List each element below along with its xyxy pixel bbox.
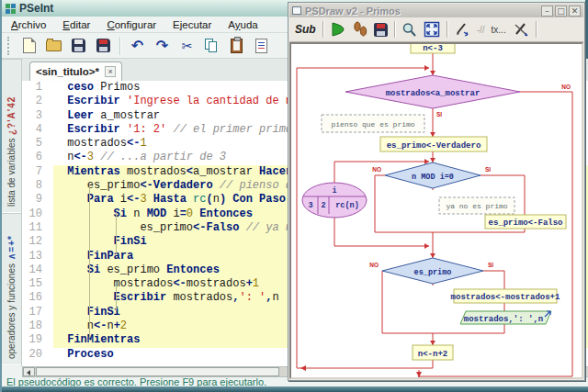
variables-tab-label: lista de variables xyxy=(6,139,17,207)
node-while-condition[interactable]: mostrados<a_mostrar xyxy=(345,75,520,108)
open-folder-icon xyxy=(46,40,62,51)
comment-tool-button[interactable]: -// xyxy=(477,19,485,39)
no-edit-button[interactable] xyxy=(513,19,529,39)
magnifier-icon xyxy=(401,22,417,38)
node-assign-inc[interactable]: mostrados<-mostrados+1 xyxy=(451,289,560,303)
copy-button[interactable] xyxy=(199,35,224,57)
flowchart-canvas[interactable]: n<-3 mostrados<a_mostrar NO SI pienso qu… xyxy=(289,42,583,379)
sidebar-tab-operators[interactable]: operadores y funciones ∧=+* xyxy=(2,213,21,365)
scroll-left-arrow-icon[interactable] xyxy=(23,367,35,376)
step-button[interactable] xyxy=(353,19,368,39)
node-output[interactable]: mostrados,': ',n xyxy=(460,311,551,324)
window-bottom-border xyxy=(2,386,588,392)
node-esprimo-condition[interactable]: es_primo xyxy=(382,258,483,284)
node-assign-n2[interactable]: n<-n+2 xyxy=(413,345,453,360)
node-comment-yano[interactable]: ya no es primo xyxy=(439,197,514,214)
menu-editar[interactable]: Editar xyxy=(62,19,90,30)
psdraw-toolbar: Sub xyxy=(289,17,583,42)
edit-arrows-button[interactable] xyxy=(454,19,470,39)
line-number: 7 xyxy=(22,165,53,179)
line-number: 8 xyxy=(22,179,53,193)
comment-text: ya no es primo xyxy=(446,202,507,210)
line-number: 14 xyxy=(22,263,53,277)
tab-sin-titulo[interactable]: <sin_titulo>* × xyxy=(29,62,122,81)
cut-button[interactable]: ✂ xyxy=(175,35,199,57)
node-label: mostrados,': ',n xyxy=(464,315,543,324)
pseint-app-icon xyxy=(6,4,16,14)
menu-ayuda[interactable]: Ayuda xyxy=(228,19,257,30)
comment-text: pienso que es primo xyxy=(331,120,414,129)
node-mod-condition[interactable]: n MOD i=0 xyxy=(385,162,481,188)
scrollbar-thumb[interactable] xyxy=(36,367,279,376)
operators-tab-glyphs-icon: ∧=+* xyxy=(6,235,17,260)
node-label: es_primo xyxy=(414,268,452,277)
node-label: mostrados<a_mostrar xyxy=(386,89,481,98)
psdraw-titlebar[interactable]: PSDraw v2 - Primos – □ ✕ xyxy=(289,4,583,17)
redo-icon: ↷ xyxy=(156,37,168,54)
line-number: 15 xyxy=(22,277,53,291)
floppy-icon xyxy=(374,23,388,37)
fit-view-icon xyxy=(424,21,440,38)
run-button[interactable] xyxy=(330,19,346,39)
menu-configurar[interactable]: Configurar xyxy=(107,19,156,30)
toolbar-grip[interactable] xyxy=(7,37,12,55)
node-assign-n3[interactable]: n<-3 xyxy=(411,44,455,53)
node-label: mostrados<-mostrados+1 xyxy=(451,293,560,302)
redo-button[interactable]: ↷ xyxy=(150,35,175,57)
fit-view-button[interactable] xyxy=(424,19,440,39)
toolbar-separator xyxy=(119,37,121,55)
node-comment-pienso[interactable]: pienso que es primo xyxy=(322,115,424,132)
close-button[interactable]: ✕ xyxy=(569,6,581,17)
new-file-button[interactable] xyxy=(17,35,41,57)
footprints-icon xyxy=(353,21,368,38)
undo-icon: ↶ xyxy=(131,37,143,54)
menu-ejecutar[interactable]: Ejecutar xyxy=(173,19,211,30)
variables-tab-glyphs-icon: ¿?'A'42 xyxy=(6,95,17,134)
play-icon xyxy=(330,21,346,38)
cut-scissors-icon: ✂ xyxy=(182,39,193,53)
new-file-icon xyxy=(23,38,36,53)
line-number: 5 xyxy=(22,137,53,151)
paste-button[interactable] xyxy=(224,35,249,57)
pseint-title: PSeInt xyxy=(19,2,53,15)
line-number: 20 xyxy=(22,348,53,362)
open-file-button[interactable] xyxy=(41,35,66,57)
maximize-button[interactable]: □ xyxy=(555,6,567,17)
paste-clipboard-icon xyxy=(231,39,243,53)
node-for-loop[interactable]: i 3 2 rc(n) xyxy=(302,183,367,218)
copy-icon xyxy=(205,39,219,53)
line-number: 10 xyxy=(22,207,53,221)
report-icon xyxy=(255,39,267,53)
left-sidebar: lista de variables ¿?'A'42 operadores y … xyxy=(2,59,22,366)
line-number: 12 xyxy=(22,235,53,249)
toolbar-separator xyxy=(322,21,324,38)
branch-no-label: NO xyxy=(561,84,571,90)
undo-button[interactable]: ↶ xyxy=(125,35,150,57)
line-number: 6 xyxy=(22,151,53,164)
subprocess-button[interactable]: Sub xyxy=(295,19,316,39)
line-number: 4 xyxy=(22,123,53,137)
menu-archivo[interactable]: Archivo xyxy=(11,19,46,30)
save-as-button[interactable] xyxy=(91,35,116,57)
for-variable: i xyxy=(332,186,336,196)
syntax-report-button[interactable] xyxy=(249,35,274,57)
sidebar-tab-variables[interactable]: lista de variables ¿?'A'42 xyxy=(2,59,21,213)
for-to: rc(n) xyxy=(335,201,359,210)
tab-close-icon[interactable]: × xyxy=(105,66,116,77)
branch-no-label: NO xyxy=(369,262,379,268)
line-number: 11 xyxy=(22,221,53,235)
line-number: 16 xyxy=(22,291,53,305)
psdraw-app-icon xyxy=(292,6,301,15)
branch-no-label: NO xyxy=(372,166,381,173)
text-tool-button[interactable]: tx... xyxy=(492,19,506,39)
save-button[interactable] xyxy=(66,35,91,57)
zoom-button[interactable] xyxy=(401,19,417,39)
minimize-button[interactable]: – xyxy=(541,6,553,17)
save-image-button[interactable] xyxy=(374,19,388,39)
node-assign-verdadero[interactable]: es_primo<-Verdadero xyxy=(380,137,487,151)
psdraw-title: PSDraw v2 - Primos xyxy=(305,6,539,17)
branch-si-label: SI xyxy=(436,111,442,118)
node-assign-falso[interactable]: es_primo<-Falso xyxy=(485,215,566,229)
node-label: n MOD i=0 xyxy=(412,173,454,182)
line-number: 9 xyxy=(22,193,53,207)
